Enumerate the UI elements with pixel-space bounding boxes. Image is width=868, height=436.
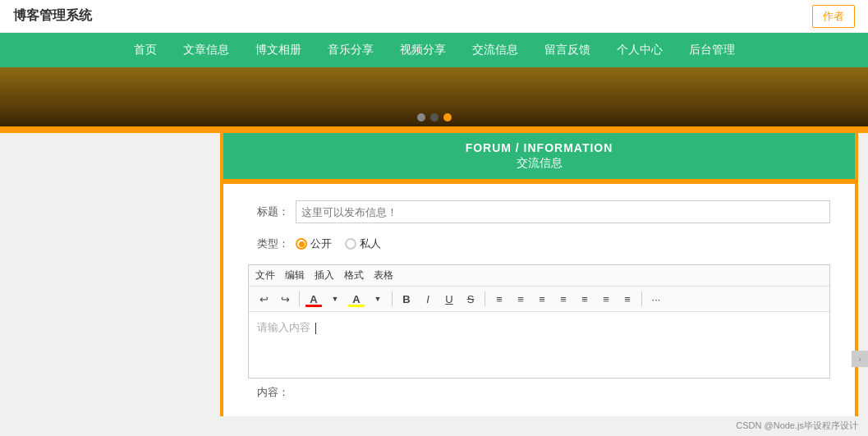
editor-body[interactable]: 请输入内容 bbox=[249, 312, 829, 378]
menu-insert[interactable]: 插入 bbox=[315, 268, 334, 282]
top-bar: 博客管理系统 作者 bbox=[0, 0, 868, 33]
editor-cursor bbox=[315, 323, 316, 334]
underline-btn[interactable]: U bbox=[439, 290, 459, 308]
highlight-arrow[interactable]: ▼ bbox=[368, 290, 388, 308]
type-radio-group: 公开 私人 bbox=[296, 236, 381, 251]
radio-public[interactable]: 公开 bbox=[296, 236, 332, 251]
watermark-text: CSDN @Node.js毕设程序设计 bbox=[736, 420, 858, 430]
forum-title-zh: 交流信息 bbox=[223, 156, 855, 171]
more-btn[interactable]: ··· bbox=[646, 290, 666, 308]
sep-2 bbox=[392, 291, 393, 306]
sep-4 bbox=[641, 291, 642, 306]
radio-public-label: 公开 bbox=[310, 236, 332, 251]
menu-edit[interactable]: 编辑 bbox=[285, 268, 305, 282]
right-strip: › bbox=[858, 133, 868, 416]
editor-toolbar: ↩ ↪ A ▼ A ▼ B I U bbox=[249, 287, 829, 312]
nav-home[interactable]: 首页 bbox=[134, 39, 157, 61]
dot-3[interactable] bbox=[443, 113, 452, 122]
indent-btn[interactable]: ≡ bbox=[575, 290, 595, 308]
forum-header: FORUM / INFORMATION 交流信息 bbox=[223, 133, 855, 179]
strikethrough-btn[interactable]: S bbox=[461, 290, 480, 308]
form-area: 标题： 类型： 公开 私人 bbox=[223, 184, 855, 416]
undo-btn[interactable]: ↩ bbox=[254, 290, 273, 308]
italic-btn[interactable]: I bbox=[418, 290, 438, 308]
editor-menubar: 文件 编辑 插入 格式 表格 bbox=[249, 265, 829, 287]
type-row: 类型： 公开 私人 bbox=[248, 236, 830, 251]
outdent-btn[interactable]: ≡ bbox=[596, 290, 616, 308]
navbar: 首页 文章信息 博文相册 音乐分享 视频分享 交流信息 留言反馈 个人中心 后台… bbox=[0, 33, 868, 67]
hero-orange-bar bbox=[0, 126, 868, 133]
font-color-arrow[interactable]: ▼ bbox=[325, 290, 345, 308]
radio-private-circle[interactable] bbox=[345, 238, 356, 250]
content-area: FORUM / INFORMATION 交流信息 标题： 类型： 公开 bbox=[0, 133, 868, 416]
redo-btn[interactable]: ↪ bbox=[275, 290, 295, 308]
footer-watermark: CSDN @Node.js毕设程序设计 bbox=[0, 416, 868, 435]
dot-1[interactable] bbox=[417, 113, 425, 122]
align-right-btn[interactable]: ≡ bbox=[532, 290, 552, 308]
radio-private[interactable]: 私人 bbox=[345, 236, 381, 251]
align-left-btn[interactable]: ≡ bbox=[489, 290, 509, 308]
menu-table[interactable]: 表格 bbox=[374, 268, 393, 282]
font-color-indicator bbox=[305, 305, 322, 307]
sep-1 bbox=[299, 291, 300, 306]
nav-profile[interactable]: 个人中心 bbox=[617, 39, 663, 61]
nav-album[interactable]: 博文相册 bbox=[255, 39, 301, 61]
dot-2[interactable] bbox=[430, 113, 439, 122]
type-label: 类型： bbox=[248, 236, 289, 251]
editor-placeholder: 请输入内容 bbox=[257, 321, 310, 333]
carousel-dots bbox=[417, 113, 452, 122]
radio-private-label: 私人 bbox=[360, 236, 381, 251]
nav-articles[interactable]: 文章信息 bbox=[183, 39, 229, 61]
nav-video[interactable]: 视频分享 bbox=[400, 39, 446, 61]
radio-public-circle[interactable] bbox=[296, 238, 307, 250]
nav-messages[interactable]: 留言反馈 bbox=[544, 39, 590, 61]
sep-3 bbox=[485, 291, 485, 306]
forum-title-en: FORUM / INFORMATION bbox=[223, 141, 855, 154]
editor: 文件 编辑 插入 格式 表格 ↩ ↪ A ▼ bbox=[248, 264, 830, 379]
highlight-btn[interactable]: A bbox=[347, 290, 366, 308]
content-label-row: 内容： bbox=[248, 385, 830, 400]
nav-admin[interactable]: 后台管理 bbox=[689, 39, 735, 61]
menu-format[interactable]: 格式 bbox=[344, 268, 364, 282]
align-justify-btn[interactable]: ≡ bbox=[553, 290, 573, 308]
font-color-btn[interactable]: A bbox=[304, 290, 324, 308]
menu-file[interactable]: 文件 bbox=[255, 268, 275, 282]
author-button[interactable]: 作者 bbox=[812, 5, 855, 28]
scroll-right-btn[interactable]: › bbox=[852, 351, 868, 367]
main-panel: FORUM / INFORMATION 交流信息 标题： 类型： 公开 bbox=[220, 133, 858, 416]
nav-forum[interactable]: 交流信息 bbox=[472, 39, 518, 61]
title-label: 标题： bbox=[248, 204, 289, 219]
align-center-btn[interactable]: ≡ bbox=[511, 290, 530, 308]
site-title: 博客管理系统 bbox=[13, 7, 92, 25]
hero-banner bbox=[0, 67, 868, 133]
highlight-indicator bbox=[348, 305, 365, 307]
title-row: 标题： bbox=[248, 200, 830, 223]
title-input[interactable] bbox=[296, 200, 830, 223]
content-label: 内容： bbox=[248, 385, 289, 400]
bold-btn[interactable]: B bbox=[397, 290, 416, 308]
list-btn[interactable]: ≡ bbox=[618, 290, 637, 308]
nav-music[interactable]: 音乐分享 bbox=[328, 39, 374, 61]
left-panel bbox=[0, 133, 220, 416]
